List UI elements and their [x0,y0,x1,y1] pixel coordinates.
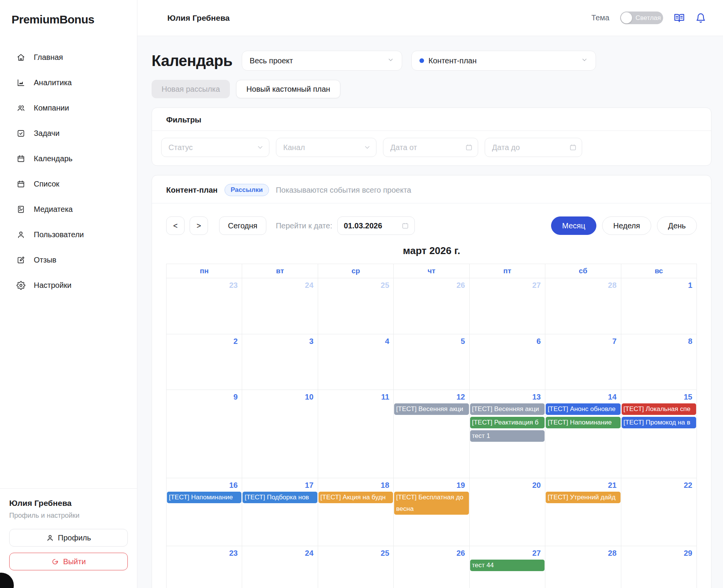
day-cell[interactable]: 9 [167,390,242,478]
day-cell[interactable]: 13[ТЕСТ] Весенняя акци[ТЕСТ] Реактивация… [470,390,545,478]
home-icon [16,53,25,62]
day-cell[interactable]: 10 [242,390,318,478]
day-number: 29 [621,546,697,560]
calendar-event[interactable]: [ТЕСТ] Напоминание [546,417,620,428]
day-number: 25 [318,546,393,560]
view-button[interactable]: Неделя [602,216,651,235]
plan-select[interactable]: Контент-план [411,51,596,71]
day-cell[interactable]: 17[ТЕСТ] Подборка нов [242,478,318,546]
day-cell[interactable]: 22 [621,478,697,546]
next-button[interactable]: > [190,216,208,235]
day-cell[interactable]: 6 [470,334,545,390]
day-number: 27 [470,546,545,560]
docs-book-icon[interactable] [674,13,685,23]
channel-filter-input[interactable] [276,138,376,157]
day-cell[interactable]: 25 [318,278,394,334]
day-cell[interactable]: 11 [318,390,394,478]
sidebar-item-list[interactable]: Список [0,171,137,197]
day-cell[interactable]: 27тест 44 [470,546,545,588]
theme-label: Тема [591,13,609,22]
sidebar-item-media[interactable]: Медиатека [0,197,137,222]
calendar-event[interactable]: [ТЕСТ] Локальная спе [622,403,696,415]
calendar-event[interactable]: [ТЕСТ] Подборка нов [243,492,317,503]
new-custom-plan-button[interactable]: Новый кастомный план [236,80,340,98]
day-number: 7 [545,334,621,348]
day-cell[interactable]: 28 [545,546,621,588]
logout-button[interactable]: Выйти [9,553,128,570]
prev-button[interactable]: < [166,216,185,235]
view-button[interactable]: День [657,216,697,235]
sidebar-item-home[interactable]: Главная [0,45,137,70]
day-cell[interactable]: 4 [318,334,394,390]
day-cell[interactable]: 25 [318,546,394,588]
calendar-event[interactable]: [ТЕСТ] Анонс обновле [546,403,620,415]
day-cell[interactable]: 12[ТЕСТ] Весенняя акци [394,390,469,478]
profile-button[interactable]: Профиль [9,529,128,547]
day-cell[interactable]: 1 [621,278,697,334]
day-cell[interactable]: 24 [242,546,318,588]
calendar-event[interactable]: [ТЕСТ] Весенняя акци [470,403,545,415]
goto-date-input[interactable] [344,221,394,230]
day-cell[interactable]: 7 [545,334,621,390]
chevron-down-icon [363,144,371,151]
calendar-icon [465,144,473,151]
calendar-event[interactable]: [ТЕСТ] Бесплатная до весна [394,492,469,515]
day-cell[interactable]: 5 [394,334,469,390]
day-cell[interactable]: 26 [394,546,469,588]
day-cell[interactable]: 23 [167,546,242,588]
view-button[interactable]: Месяц [551,216,596,235]
sidebar-item-users[interactable]: Пользователи [0,222,137,247]
day-cell[interactable]: 3 [242,334,318,390]
page-title: Календарь [152,52,233,69]
status-filter-input[interactable] [161,138,269,157]
day-number: 4 [318,334,393,348]
calendar-event[interactable]: тест 1 [470,430,545,442]
calendar-plan-title: Контент-план [166,186,218,195]
calendar-event[interactable]: [ТЕСТ] Реактивация б [470,417,545,428]
filters-title: Фильтры [152,108,711,130]
calendar-event[interactable]: тест 44 [470,560,545,571]
project-select[interactable]: Весь проект [242,51,402,71]
calendar-event[interactable]: [ТЕСТ] Акция на будн [319,492,393,503]
calendar-event[interactable]: [ТЕСТ] Весенняя акци [394,403,469,415]
sidebar-item-calendar[interactable]: Календарь [0,146,137,171]
day-cell[interactable]: 24 [242,278,318,334]
day-cell[interactable]: 14[ТЕСТ] Анонс обновле[ТЕСТ] Напоминание [545,390,621,478]
day-cell[interactable]: 20 [470,478,545,546]
notifications-bell-icon[interactable] [695,13,706,23]
day-cell[interactable]: 29 [621,546,697,588]
day-cell[interactable]: 19[ТЕСТ] Бесплатная до весна [394,478,469,546]
sidebar-item-settings[interactable]: Настройки [0,273,137,298]
calendar-event[interactable]: [ТЕСТ] Промокод на в [622,417,696,428]
day-cell[interactable]: 28 [545,278,621,334]
day-cell[interactable]: 2 [167,334,242,390]
new-mailing-button[interactable]: Новая рассылка [152,80,230,98]
day-cell[interactable]: 16[ТЕСТ] Напоминание [167,478,242,546]
topbar-right: Тема Светлая [591,12,706,24]
sidebar-item-tasks[interactable]: Задачи [0,121,137,146]
app-logo: PremiumBonus [0,0,137,26]
sidebar-item-feedback[interactable]: Отзыв [0,247,137,273]
calendar-note: Показываются события всего проекта [276,186,411,195]
day-cell[interactable]: 18[ТЕСТ] Акция на будн [318,478,394,546]
day-cell[interactable]: 26 [394,278,469,334]
date-to-input[interactable] [485,138,582,157]
day-cell[interactable]: 8 [621,334,697,390]
today-button[interactable]: Сегодня [219,216,266,235]
day-cell[interactable]: 21[ТЕСТ] Утренний дайд [545,478,621,546]
sidebar-item-companies[interactable]: Компании [0,95,137,121]
day-cell[interactable]: 23 [167,278,242,334]
day-number: 5 [394,334,469,348]
calendar-event[interactable]: [ТЕСТ] Утренний дайд [546,492,620,503]
day-number: 26 [394,546,469,560]
day-cell[interactable]: 27 [470,278,545,334]
sidebar-item-label: Настройки [34,281,71,290]
day-cell[interactable]: 15[ТЕСТ] Локальная спе[ТЕСТ] Промокод на… [621,390,697,478]
month-title: март 2026 г. [152,245,711,257]
calendar-event[interactable]: [ТЕСТ] Напоминание [167,492,241,503]
date-from-input[interactable] [383,138,478,157]
theme-toggle[interactable]: Светлая [620,12,663,24]
calendar-icon [401,222,409,230]
sidebar-item-analytics[interactable]: Аналитика [0,70,137,95]
day-number: 28 [545,546,621,560]
